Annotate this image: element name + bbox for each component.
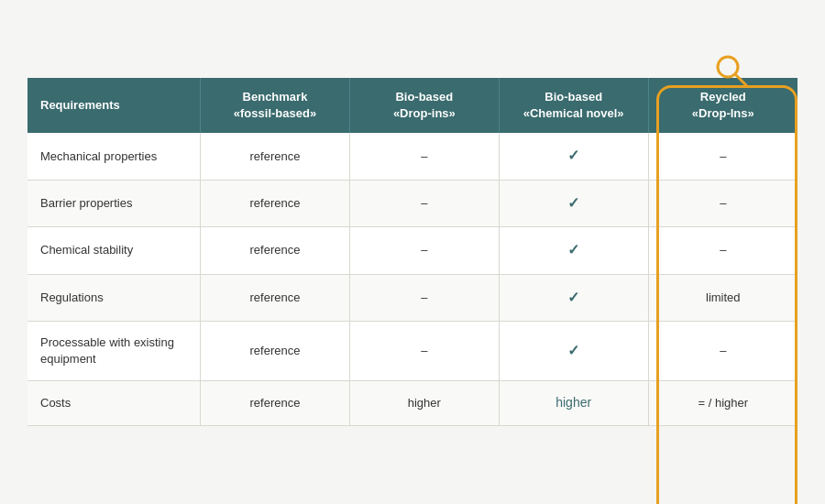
row-cell-1: reference [201,133,350,180]
page-wrapper: Requirements Benchmark «fossil-based» Bi… [18,60,807,444]
row-cell-4: limited [648,274,798,321]
table-row: Chemical stabilityreference–✓– [28,227,798,274]
row-cell-2: – [349,321,499,380]
table-row: Regulationsreference–✓limited [28,274,798,321]
row-cell-1: reference [201,227,350,274]
row-requirement: Barrier properties [28,180,201,226]
row-cell-1: reference [201,381,350,426]
row-cell-3: ✓ [499,274,648,321]
header-requirements: Requirements [28,78,201,133]
table-row: Costsreferencehigherhigher= / higher [28,381,798,426]
row-cell-4: – [648,180,798,226]
row-cell-2: – [349,227,499,274]
row-requirement: Regulations [28,274,201,321]
row-cell-4: – [648,321,798,380]
search-icon [711,50,752,91]
table-header-row: Requirements Benchmark «fossil-based» Bi… [28,78,798,133]
svg-line-1 [736,75,747,86]
row-cell-2: – [349,180,499,226]
header-biobased-drop: Bio-based «Drop-ins» [349,78,499,133]
row-cell-1: reference [201,321,350,380]
row-cell-2: – [349,274,499,321]
search-icon-wrapper [711,50,752,94]
header-biobased-chem: Bio-based «Chemical novel» [499,78,648,133]
row-cell-3: ✓ [499,227,648,274]
row-cell-4: – [648,133,798,180]
row-requirement: Processable with existing equipment [28,321,201,380]
row-cell-2: – [349,133,499,180]
row-cell-4: – [648,227,798,274]
row-cell-3: ✓ [499,321,648,380]
row-requirement: Chemical stability [28,227,201,274]
row-requirement: Costs [28,381,201,426]
row-cell-3: higher [499,381,648,426]
row-cell-3: ✓ [499,180,648,226]
row-requirement: Mechanical properties [28,133,201,180]
table-row: Mechanical propertiesreference–✓– [28,133,798,180]
row-cell-1: reference [201,274,350,321]
table-row: Processable with existing equipmentrefer… [28,321,798,380]
row-cell-4: = / higher [648,381,798,426]
table-body: Mechanical propertiesreference–✓–Barrier… [28,133,798,425]
row-cell-3: ✓ [499,133,648,180]
row-cell-2: higher [349,381,499,426]
comparison-table: Requirements Benchmark «fossil-based» Bi… [28,78,798,426]
header-benchmark: Benchmark «fossil-based» [201,78,350,133]
table-row: Barrier propertiesreference–✓– [28,180,798,226]
row-cell-1: reference [201,180,350,226]
